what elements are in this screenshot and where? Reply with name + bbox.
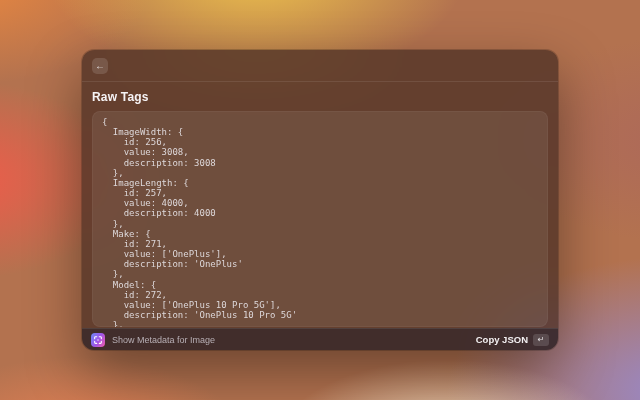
code-line: value: ['OnePlus'], — [102, 249, 538, 259]
code-lines: { ImageWidth: { id: 256, value: 3008, de… — [102, 117, 538, 327]
code-line: description: 4000 — [102, 208, 538, 218]
footer-bar: Show Metadata for Image Copy JSON ↵ — [82, 328, 558, 350]
page-title: Raw Tags — [92, 90, 548, 104]
code-line: ImageWidth: { — [102, 127, 538, 137]
code-line: { — [102, 117, 538, 127]
copy-json-button[interactable]: Copy JSON ↵ — [476, 334, 549, 346]
enter-key-icon: ↵ — [533, 334, 549, 346]
code-line: id: 256, — [102, 137, 538, 147]
code-line: id: 271, — [102, 239, 538, 249]
code-line: description: 'OnePlus' — [102, 259, 538, 269]
code-line: }, — [102, 269, 538, 279]
code-line: }, — [102, 219, 538, 229]
code-line: description: 3008 — [102, 158, 538, 168]
code-line: Model: { — [102, 280, 538, 290]
back-arrow-icon: ← — [95, 61, 105, 71]
code-line: Make: { — [102, 229, 538, 239]
title-row: Raw Tags — [82, 82, 558, 111]
code-line: value: 4000, — [102, 198, 538, 208]
back-button[interactable]: ← — [92, 58, 108, 74]
code-line: }, — [102, 168, 538, 178]
code-line: value: ['OnePlus 10 Pro 5G'], — [102, 300, 538, 310]
copy-json-label: Copy JSON — [476, 334, 528, 345]
code-line: ImageLength: { — [102, 178, 538, 188]
raw-tags-code-block[interactable]: { ImageWidth: { id: 256, value: 3008, de… — [92, 111, 548, 327]
command-name: Show Metadata for Image — [112, 335, 469, 345]
code-line: value: 3008, — [102, 147, 538, 157]
code-line: id: 272, — [102, 290, 538, 300]
raycast-window: ← Raw Tags { ImageWidth: { id: 256, valu… — [82, 50, 558, 350]
window-header: ← — [82, 50, 558, 82]
code-line: id: 257, — [102, 188, 538, 198]
code-line: description: 'OnePlus 10 Pro 5G' — [102, 310, 538, 320]
metadata-extension-icon — [91, 333, 105, 347]
code-line: }, — [102, 320, 538, 327]
